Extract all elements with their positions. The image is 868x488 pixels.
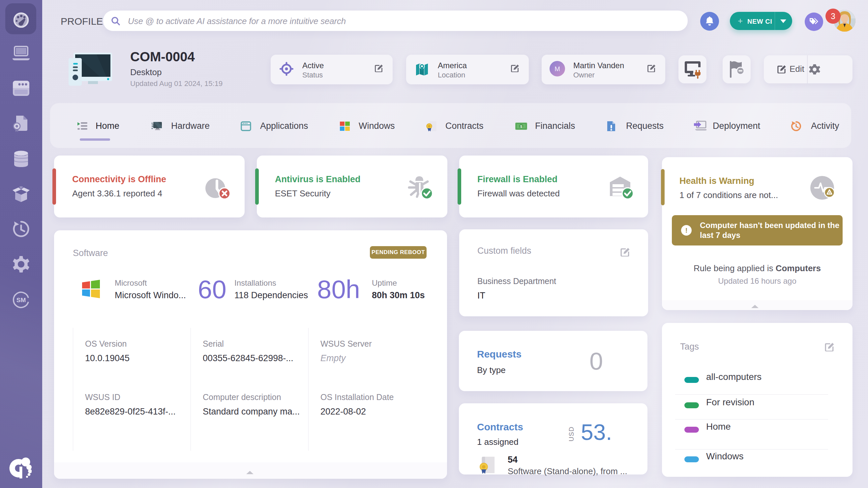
svg-text:M: M: [555, 65, 560, 72]
svg-text:$: $: [520, 125, 522, 129]
svg-text:SM: SM: [17, 297, 26, 303]
